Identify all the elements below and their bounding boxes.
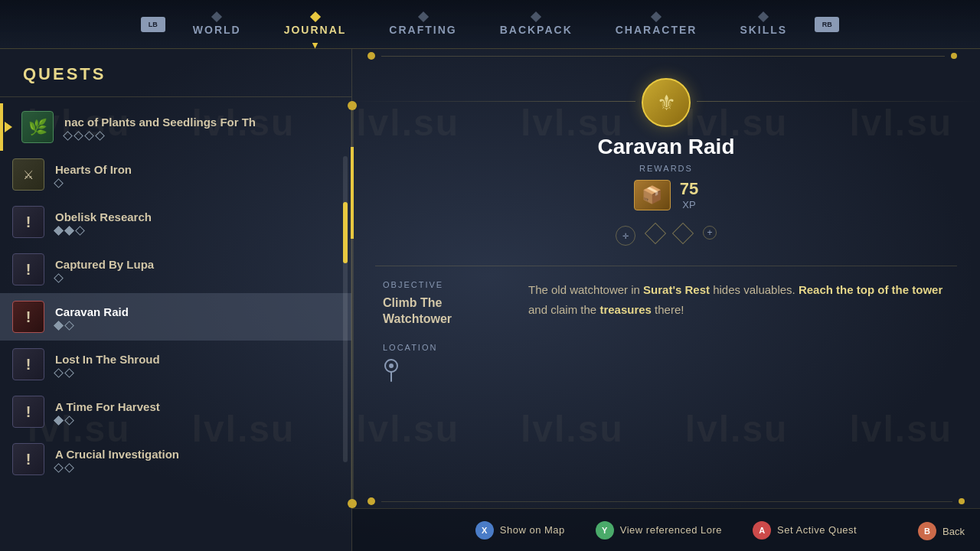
- quest-icon-caravan: !: [12, 301, 44, 333]
- diamond-1: [54, 321, 64, 331]
- y-button: Y: [596, 521, 614, 540]
- diamond-1: [54, 273, 64, 283]
- nav-item-world[interactable]: WORLD: [172, 0, 263, 49]
- diamond-2: [64, 368, 74, 378]
- quest-name-obelisk: Obelisk Research: [55, 210, 336, 224]
- diamond-4: [95, 131, 105, 141]
- quest-diamonds-investigation: [55, 465, 336, 471]
- bold-reward: treasures: [599, 303, 652, 316]
- nav-item-character[interactable]: CHARACTER: [594, 0, 719, 49]
- diamond-2: [64, 321, 74, 331]
- diamond-1: [54, 368, 64, 378]
- quest-diamonds-harvest: [55, 417, 336, 424]
- view-lore-action[interactable]: Y View referenced Lore: [596, 521, 722, 540]
- set-active-label: Set Active Quest: [777, 524, 857, 536]
- top-navigation: LB WORLD JOURNAL CRAFTING BACKPACK CHARA…: [0, 0, 980, 49]
- quest-diamonds-shroud: [55, 370, 336, 377]
- ctrl-icon-diamond-1: [645, 223, 666, 244]
- quest-item-harvest[interactable]: ! A Time For Harvest: [0, 388, 351, 435]
- ctrl-icon-plus: +: [703, 226, 717, 240]
- quest-item-caravan[interactable]: ! Caravan Raid: [0, 293, 351, 341]
- v-dot-bottom: [348, 499, 357, 508]
- quest-detail-header: ⚜ Caravan Raid REWARDS 📦 75 XP: [352, 63, 980, 259]
- quest-info-investigation: A Crucial Investigation: [55, 448, 336, 471]
- rewards-section: REWARDS 📦 75 XP: [634, 164, 698, 210]
- quest-icon-investigation: !: [12, 443, 44, 475]
- reward-chest-icon: 📦: [634, 180, 671, 210]
- quest-name-investigation: A Crucial Investigation: [55, 448, 336, 461]
- active-quest-arrow: [5, 122, 12, 132]
- scroll-bottom-dot-left: [368, 497, 375, 505]
- nav-diamond-backpack: [531, 11, 541, 21]
- diamond-2: [64, 463, 74, 473]
- quest-info-hearts: Hearts Of Iron: [55, 163, 336, 187]
- location-label: LOCATION: [383, 343, 505, 352]
- diamond-3: [84, 131, 94, 141]
- detail-right: The old watchtower in Surat's Rest hides…: [528, 280, 957, 487]
- rewards-label: REWARDS: [634, 164, 698, 173]
- quest-item-investigation[interactable]: ! A Crucial Investigation: [0, 435, 351, 483]
- scroll-bottom-dot-right: [959, 498, 965, 504]
- line-right: [697, 101, 980, 102]
- quest-item-obelisk[interactable]: ! Obelisk Research: [0, 198, 351, 246]
- show-map-action[interactable]: X Show on Map: [475, 521, 565, 540]
- objective-label: OBJECTIVE: [383, 280, 505, 289]
- rb-trigger[interactable]: RB: [815, 17, 839, 32]
- bold-location: Surat's Rest: [643, 283, 710, 296]
- quest-item-almanac[interactable]: 🌿 nac of Plants and Seedlings For Th: [0, 103, 351, 151]
- quest-name-caravan: Caravan Raid: [55, 305, 336, 319]
- nav-diamond-crafting: [417, 11, 428, 21]
- quest-diamonds-caravan: [55, 322, 336, 329]
- location-icon-wrapper: [383, 358, 505, 386]
- quest-icon-hearts: ⚔: [12, 158, 44, 191]
- back-button[interactable]: B Back: [918, 522, 965, 540]
- diamond-1: [63, 131, 73, 141]
- scroll-dot-left: [368, 52, 375, 60]
- quest-name-harvest: A Time For Harvest: [55, 400, 336, 414]
- top-scroll-indicator: [352, 49, 980, 63]
- scroll-bar[interactable]: [343, 156, 348, 462]
- nav-item-journal[interactable]: JOURNAL: [263, 0, 368, 49]
- scroll-thumb: [343, 202, 348, 263]
- bold-action: Reach the top of the tower: [799, 283, 942, 296]
- emblem-icon: ⚜: [657, 90, 676, 116]
- quest-panel: QUESTS 🌿 nac of Plants and Seedlings For…: [0, 49, 352, 551]
- quest-info-obelisk: Obelisk Research: [55, 210, 336, 234]
- nav-item-backpack[interactable]: BACKPACK: [479, 0, 594, 49]
- b-button: B: [918, 522, 936, 540]
- diamond-2: [74, 131, 83, 141]
- quest-diamonds-hearts: [55, 180, 336, 187]
- quest-item-shroud[interactable]: ! Lost In The Shroud: [0, 341, 351, 388]
- a-button: A: [753, 521, 771, 540]
- line-left: [352, 101, 635, 102]
- set-active-action[interactable]: A Set Active Quest: [753, 521, 857, 540]
- quest-name-captured: Captured By Lupa: [55, 258, 336, 272]
- nav-item-skills[interactable]: SKILLS: [718, 0, 808, 49]
- diamond-2: [64, 416, 74, 425]
- diamond-1: [54, 226, 64, 236]
- quests-title: QUESTS: [0, 64, 351, 97]
- vertical-divider: [351, 101, 354, 508]
- reward-xp-group: 75 XP: [680, 179, 698, 210]
- quest-info-caravan: Caravan Raid: [55, 305, 336, 329]
- view-lore-label: View referenced Lore: [620, 524, 722, 536]
- detail-divider: [375, 266, 957, 266]
- diamond-1: [54, 178, 64, 188]
- reward-xp-label: XP: [680, 199, 698, 210]
- nav-item-crafting[interactable]: CRAFTING: [368, 0, 478, 49]
- nav-diamond-world: [211, 11, 222, 21]
- diamond-1: [54, 463, 64, 473]
- scroll-dot-right: [951, 53, 957, 59]
- quest-detail-panel: ⚜ Caravan Raid REWARDS 📦 75 XP: [352, 49, 980, 551]
- quest-item-hearts[interactable]: ⚔ Hearts Of Iron: [0, 151, 351, 198]
- location-pin-icon: [383, 358, 400, 383]
- quest-icon-captured: !: [12, 253, 44, 285]
- quest-info-captured: Captured By Lupa: [55, 258, 336, 282]
- nav-diamond-skills: [758, 11, 769, 21]
- reward-xp-value: 75: [680, 179, 698, 199]
- quest-icon-obelisk: !: [12, 206, 44, 238]
- quest-item-captured[interactable]: ! Captured By Lupa: [0, 246, 351, 293]
- show-map-label: Show on Map: [500, 524, 565, 536]
- v-dot-top: [348, 101, 357, 110]
- lb-trigger[interactable]: LB: [141, 17, 165, 32]
